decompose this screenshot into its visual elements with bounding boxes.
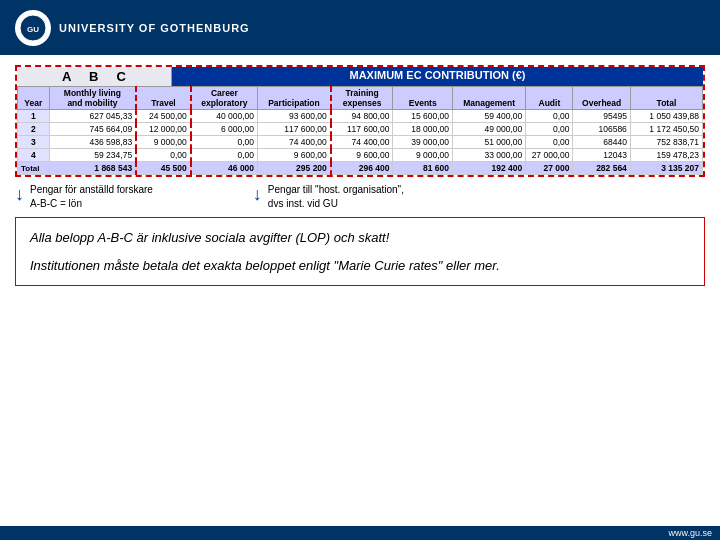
total-total: 3 135 207	[630, 162, 702, 175]
row-2-overhead: 106586	[573, 123, 630, 136]
annotation-row: ↓ Pengar för anställd forskare A-B-C = l…	[15, 183, 705, 211]
total-overhead: 282 564	[573, 162, 630, 175]
table-row: 2 745 664,09 12 000,00 6 000,00 117 600,…	[18, 123, 703, 136]
data-table: Year Monthly livingand mobility Travel C…	[17, 86, 703, 175]
row-4-events: 9 000,00	[393, 149, 453, 162]
table-row: 3 436 598,83 9 000,00 0,00 74 400,00 74 …	[18, 136, 703, 149]
total-events: 81 600	[393, 162, 453, 175]
total-label: Total	[18, 162, 50, 175]
row-1-participation: 93 600,00	[258, 110, 331, 123]
table-container: A B C MAXIMUM EC CONTRIBUTION (€) Year M…	[15, 65, 705, 177]
row-2-training: 117 600,00	[331, 123, 393, 136]
row-1-audit: 0,00	[526, 110, 573, 123]
row-3-year: 3	[18, 136, 50, 149]
university-name: UNIVERSITY OF GOTHENBURG	[59, 22, 250, 34]
total-training: 296 400	[331, 162, 393, 175]
row-3-events: 39 000,00	[393, 136, 453, 149]
arrow-right: ↓	[253, 185, 262, 203]
row-1-total: 1 050 439,88	[630, 110, 702, 123]
row-2-management: 49 000,00	[453, 123, 526, 136]
row-1-year: 1	[18, 110, 50, 123]
logo-area: GU UNIVERSITY OF GOTHENBURG	[15, 10, 250, 46]
row-3-monthly: 436 598,83	[49, 136, 136, 149]
row-4-training: 9 600,00	[331, 149, 393, 162]
row-1-management: 59 400,00	[453, 110, 526, 123]
row-4-career: 0,00	[191, 149, 258, 162]
table-row: 4 59 234,75 0,00 0,00 9 600,00 9 600,00 …	[18, 149, 703, 162]
total-monthly: 1 868 543	[49, 162, 136, 175]
info-line-2: Institutionen måste betala det exakta be…	[30, 256, 690, 276]
svg-text:GU: GU	[27, 25, 39, 34]
row-4-overhead: 12043	[573, 149, 630, 162]
row-2-year: 2	[18, 123, 50, 136]
info-box: Alla belopp A-B-C är inklusive sociala a…	[15, 217, 705, 286]
row-2-total: 1 172 450,50	[630, 123, 702, 136]
row-4-travel: 0,00	[136, 149, 191, 162]
row-1-training: 94 800,00	[331, 110, 393, 123]
table-header-row: A B C MAXIMUM EC CONTRIBUTION (€)	[17, 67, 703, 86]
row-1-travel: 24 500,00	[136, 110, 191, 123]
row-1-overhead: 95495	[573, 110, 630, 123]
abc-labels: A B C	[62, 69, 126, 84]
row-3-training: 74 400,00	[331, 136, 393, 149]
main-content: A B C MAXIMUM EC CONTRIBUTION (€) Year M…	[0, 55, 720, 296]
annotation-right-text: Pengar till "host. organisation", dvs in…	[268, 183, 404, 211]
footer: www.gu.se	[0, 526, 720, 540]
col-total-header: Total	[630, 87, 702, 110]
row-3-career: 0,00	[191, 136, 258, 149]
col-management-header: Management	[453, 87, 526, 110]
university-logo: GU	[15, 10, 51, 46]
footer-url: www.gu.se	[668, 528, 712, 538]
row-2-participation: 117 600,00	[258, 123, 331, 136]
row-4-monthly: 59 234,75	[49, 149, 136, 162]
row-1-career: 40 000,00	[191, 110, 258, 123]
annotation-left: ↓ Pengar för anställd forskare A-B-C = l…	[15, 183, 153, 211]
annotation-right: ↓ Pengar till "host. organisation", dvs …	[253, 183, 404, 211]
total-participation: 295 200	[258, 162, 331, 175]
col-year-header: Year	[18, 87, 50, 110]
col-career-header: Careerexploratory	[191, 87, 258, 110]
col-training-header: Trainingexpenses	[331, 87, 393, 110]
row-2-events: 18 000,00	[393, 123, 453, 136]
total-travel: 45 500	[136, 162, 191, 175]
row-3-total: 752 838,71	[630, 136, 702, 149]
total-audit: 27 000	[526, 162, 573, 175]
col-overhead-header: Overhead	[573, 87, 630, 110]
table-row: 1 627 045,33 24 500,00 40 000,00 93 600,…	[18, 110, 703, 123]
col-monthly-header: Monthly livingand mobility	[49, 87, 136, 110]
total-career: 46 000	[191, 162, 258, 175]
annotation-left-text: Pengar för anställd forskare A-B-C = lön	[30, 183, 153, 211]
arrow-left: ↓	[15, 185, 24, 203]
row-4-total: 159 478,23	[630, 149, 702, 162]
row-2-monthly: 745 664,09	[49, 123, 136, 136]
row-4-participation: 9 600,00	[258, 149, 331, 162]
row-3-management: 51 000,00	[453, 136, 526, 149]
total-row: Total 1 868 543 45 500 46 000 295 200 29…	[18, 162, 703, 175]
annotation-right-wrapper: ↓ Pengar till "host. organisation", dvs …	[253, 183, 404, 211]
header-bar: GU UNIVERSITY OF GOTHENBURG	[0, 0, 720, 55]
row-2-audit: 0,00	[526, 123, 573, 136]
total-management: 192 400	[453, 162, 526, 175]
row-1-monthly: 627 045,33	[49, 110, 136, 123]
col-travel-header: Travel	[136, 87, 191, 110]
row-3-participation: 74 400,00	[258, 136, 331, 149]
info-line-1: Alla belopp A-B-C är inklusive sociala a…	[30, 228, 690, 248]
row-3-audit: 0,00	[526, 136, 573, 149]
row-1-events: 15 600,00	[393, 110, 453, 123]
row-4-year: 4	[18, 149, 50, 162]
row-2-travel: 12 000,00	[136, 123, 191, 136]
col-audit-header: Audit	[526, 87, 573, 110]
row-4-management: 33 000,00	[453, 149, 526, 162]
row-4-audit: 27 000,00	[526, 149, 573, 162]
row-3-travel: 9 000,00	[136, 136, 191, 149]
row-2-career: 6 000,00	[191, 123, 258, 136]
col-participation-header: Participation	[258, 87, 331, 110]
col-events-header: Events	[393, 87, 453, 110]
ec-header-label: MAXIMUM EC CONTRIBUTION (€)	[172, 67, 703, 86]
row-3-overhead: 68440	[573, 136, 630, 149]
